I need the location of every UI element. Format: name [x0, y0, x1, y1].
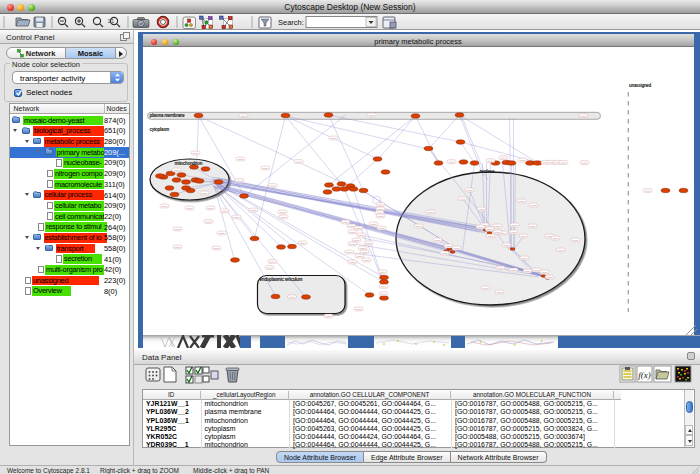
svg-text:endoplasmic reticulum: endoplasmic reticulum	[259, 277, 302, 282]
svg-text:cytoplasm: cytoplasm	[149, 127, 169, 132]
svg-text:1:1: 1:1	[108, 19, 115, 24]
svg-text:Search:: Search:	[278, 18, 304, 27]
svg-text:plasma membrane: plasma membrane	[149, 113, 185, 118]
svg-text:f(x): f(x)	[638, 370, 651, 380]
svg-text:nucleus: nucleus	[479, 169, 495, 174]
svg-text:unassigned: unassigned	[629, 83, 652, 88]
svg-text:mitochondrion: mitochondrion	[174, 161, 202, 166]
